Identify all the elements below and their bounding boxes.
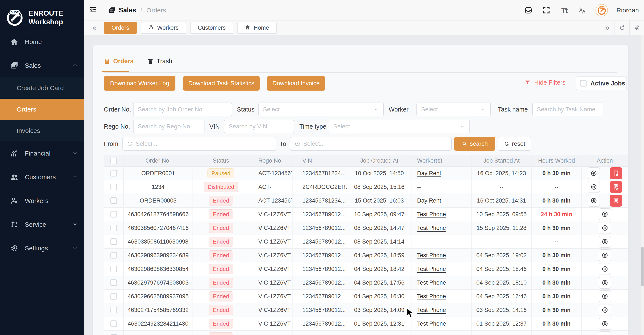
view-button[interactable] [588, 167, 600, 179]
row-checkbox[interactable] [110, 266, 117, 272]
active-jobs-checkbox[interactable] [580, 80, 586, 86]
worker-link[interactable]: Test Phone [417, 225, 446, 232]
row-checkbox[interactable] [110, 280, 117, 286]
fullscreen-icon[interactable] [542, 6, 551, 15]
workers-cell: Test Phone [412, 317, 472, 331]
sidebar-item-service[interactable]: Service [0, 212, 84, 236]
row-checkbox[interactable] [110, 293, 117, 300]
worker-link[interactable]: Test Phone [417, 307, 446, 314]
time-type-label: Time type [299, 120, 326, 133]
worker-link[interactable]: Test Phone [417, 320, 446, 327]
scrollbar-thumb[interactable] [641, 247, 644, 286]
from-input[interactable] [136, 140, 271, 147]
job-started-cell: 01 Sep 2025, 12:37 [472, 317, 532, 331]
to-input[interactable] [303, 140, 447, 147]
sidebar-item-workers[interactable]: Workers [0, 189, 84, 212]
view-button[interactable] [599, 208, 611, 220]
user-name[interactable]: Riordan [616, 6, 639, 14]
view-button[interactable] [599, 290, 611, 302]
sidebar-item-customers[interactable]: Customers [0, 165, 84, 189]
column-header-order-no: Order No. [124, 155, 193, 167]
row-checkbox[interactable] [110, 198, 117, 204]
sidebar-item-financial[interactable]: Financial [0, 142, 84, 165]
scroll-tabs-left-icon[interactable]: « [92, 20, 96, 35]
to-datetime-input[interactable] [290, 137, 452, 150]
column-header-action: Action [582, 155, 628, 167]
row-checkbox[interactable] [110, 170, 117, 176]
worker-select[interactable]: Select... [416, 102, 491, 116]
sidebar-item-label: Settings [25, 245, 72, 252]
sidebar-item-invoices[interactable]: Invoices [0, 120, 84, 142]
worker-link[interactable]: Test Phone [417, 211, 446, 218]
view-button[interactable] [599, 318, 611, 330]
mouse-cursor [406, 308, 414, 317]
time-type-select[interactable]: Select... [328, 120, 470, 133]
strip-tab-workers[interactable]: Workers [141, 22, 186, 34]
row-checkbox[interactable] [110, 211, 117, 218]
view-button[interactable] [599, 249, 611, 261]
sidebar-item-orders[interactable]: Orders [0, 99, 84, 120]
tab-trash[interactable]: Trash [147, 58, 172, 65]
from-datetime-input[interactable] [122, 137, 276, 150]
view-button[interactable] [599, 263, 611, 275]
row-checkbox[interactable] [110, 307, 117, 313]
hide-filters-button[interactable]: Hide Filters [524, 79, 566, 86]
delete-invoice-button[interactable] [610, 181, 622, 193]
task-name-input[interactable] [537, 106, 599, 113]
vin-cell: 123456789012... [292, 331, 347, 335]
row-checkbox[interactable] [110, 225, 117, 231]
tab-settings-gear-icon[interactable] [629, 20, 644, 35]
sidebar-item-sales[interactable]: Sales [0, 54, 84, 77]
sidebar-item-settings[interactable]: Settings [0, 236, 84, 260]
delete-invoice-button[interactable] [610, 167, 622, 179]
inbox-icon[interactable] [524, 6, 533, 15]
worker-link[interactable]: Test Phone [417, 293, 446, 300]
search-button[interactable]: search [454, 137, 495, 150]
rego-no-input[interactable] [138, 123, 200, 130]
vin-input[interactable] [229, 123, 289, 130]
strip-tab-orders[interactable]: Orders [104, 22, 137, 34]
font-size-icon[interactable]: Tt [560, 6, 569, 15]
scrollbar[interactable] [641, 35, 644, 335]
download-task-statistics-button[interactable]: Download Task Statistics [183, 76, 260, 90]
user-avatar[interactable]: SHOP [596, 4, 608, 16]
view-button[interactable] [599, 304, 611, 316]
view-button[interactable] [599, 222, 611, 234]
worker-link[interactable]: Test Phone [417, 266, 446, 272]
delete-invoice-button[interactable] [610, 195, 622, 206]
view-button[interactable] [599, 277, 611, 289]
sidebar-item-create-job-card[interactable]: Create Job Card [0, 77, 84, 99]
row-checkbox[interactable] [110, 334, 117, 335]
order-no-cell: 4630385086110630998 [124, 235, 193, 249]
worker-link[interactable]: Test Phone [417, 252, 446, 259]
home-icon [245, 24, 251, 32]
sidebar-item-home[interactable]: Home [0, 30, 84, 54]
active-jobs-toggle[interactable]: Active Jobs [576, 76, 627, 90]
reset-button[interactable]: reset [498, 137, 531, 150]
view-button[interactable] [599, 236, 611, 248]
row-checkbox[interactable] [110, 238, 117, 245]
worker-link[interactable]: Test Phone [417, 334, 446, 335]
worker-link[interactable]: Day Rent [417, 170, 441, 177]
download-worker-log-button[interactable]: Download Worker Log [104, 76, 176, 90]
view-button[interactable] [599, 331, 611, 335]
order-no-input[interactable] [138, 106, 227, 113]
strip-tab-customers[interactable]: Customers [190, 22, 234, 34]
scroll-tabs-right-icon[interactable]: » [600, 20, 614, 35]
status-select[interactable]: Select... [258, 102, 384, 116]
menu-fold-icon[interactable] [89, 6, 99, 15]
row-checkbox[interactable] [110, 320, 117, 327]
view-button[interactable] [588, 181, 600, 193]
strip-tab-home[interactable]: Home [237, 22, 277, 34]
select-all-checkbox[interactable] [110, 158, 117, 164]
row-checkbox[interactable] [110, 184, 117, 190]
view-button[interactable] [588, 195, 600, 206]
download-invoice-button[interactable]: Download Invoice [267, 76, 325, 90]
tab-orders[interactable]: Orders [104, 58, 134, 65]
worker-link[interactable]: Day Rent [417, 198, 441, 204]
translate-icon[interactable] [578, 6, 587, 15]
worker-link[interactable]: Test Phone [417, 280, 446, 286]
breadcrumb-section[interactable]: Sales [119, 6, 136, 14]
row-checkbox[interactable] [110, 252, 117, 258]
refresh-icon[interactable] [614, 20, 629, 35]
